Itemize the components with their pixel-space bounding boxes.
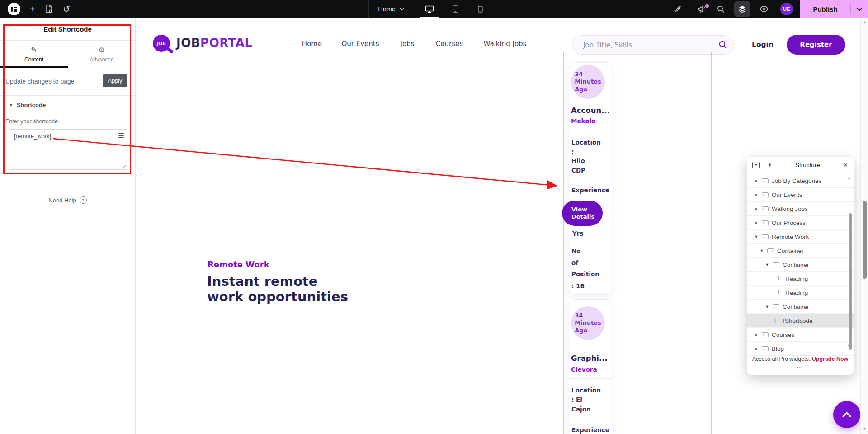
tree-item-job-by-categories[interactable]: ▶Job By Categories — [747, 174, 854, 188]
scrollbar-up-icon[interactable]: ▲ — [861, 20, 868, 24]
history-icon[interactable]: ↺ — [60, 0, 73, 18]
tablet-icon[interactable] — [446, 0, 464, 18]
structure-scrollbar-thumb[interactable] — [849, 213, 852, 350]
document-switcher[interactable]: Home — [368, 0, 414, 18]
caret-down-icon[interactable]: ▼ — [764, 262, 770, 267]
caret-right-icon[interactable]: ▶ — [753, 346, 760, 351]
scroll-to-top-button[interactable] — [833, 401, 860, 428]
caret-right-icon[interactable]: ▶ — [753, 206, 760, 211]
minimize-panel-icon[interactable]: ▼ — [752, 162, 760, 168]
shortcode-field-wrap: [remote_work] — [9, 129, 127, 170]
job-card[interactable]: 34 Minutes Ago Accoun... Mekalo Location… — [569, 62, 612, 295]
tree-item-shortcode-selected[interactable]: [..]Shortcode — [747, 314, 854, 328]
nav-home[interactable]: Home — [302, 40, 322, 48]
container-icon — [762, 346, 769, 351]
caret-down-icon: ▼ — [9, 103, 13, 107]
launch-icon[interactable] — [670, 0, 686, 18]
nav-courses[interactable]: Courses — [436, 40, 463, 48]
close-icon[interactable]: ✕ — [843, 162, 848, 168]
help-icon: ? — [80, 196, 87, 204]
tab-advanced-label: Advanced — [90, 56, 113, 63]
caret-right-icon[interactable]: ▶ — [753, 192, 760, 197]
tree-item-blog[interactable]: ▶Blog — [747, 342, 854, 356]
shortcode-icon: [..] — [774, 318, 783, 323]
tree-item-container[interactable]: ▼Container — [747, 244, 854, 258]
caret-right-icon[interactable]: ▶ — [753, 332, 760, 337]
editor-topbar: + ↺ Home — [0, 0, 868, 18]
job-search-bar — [572, 35, 734, 55]
tree-item-heading[interactable]: THeading — [747, 286, 854, 300]
desktop-icon[interactable] — [420, 0, 439, 18]
widget-edit-panel: Edit Shortcode ✎ Content ⚙ Advanced Upda… — [0, 18, 136, 434]
notification-dot — [705, 4, 709, 8]
tree-item-walking-jobs[interactable]: ▶Walking Jobs — [747, 202, 854, 216]
publish-options-button[interactable] — [851, 7, 868, 11]
site-logo[interactable]: JOB JOBPORTAL — [153, 35, 270, 54]
nav-our-events[interactable]: Our Events — [341, 40, 379, 48]
divider — [414, 0, 414, 18]
tree-item-container[interactable]: ▼Container — [747, 300, 854, 314]
finder-search-icon[interactable] — [713, 0, 728, 18]
structure-icon[interactable] — [735, 0, 750, 18]
tree-item-heading[interactable]: THeading — [747, 272, 854, 286]
structure-title: Structure — [772, 162, 843, 168]
ai-sparkle-icon[interactable]: ✦ — [767, 162, 772, 168]
caret-down-icon[interactable]: ▼ — [753, 234, 760, 239]
tree-item-our-events[interactable]: ▶Our Events — [747, 188, 854, 202]
page-scrollbar[interactable]: ▲ ▼ — [860, 18, 868, 434]
tree-item-our-process[interactable]: ▶Our Process — [747, 216, 854, 230]
active-device-underline — [420, 17, 439, 18]
job-company-link[interactable]: Mekalo — [571, 117, 596, 125]
scrollbar-thumb[interactable] — [863, 201, 867, 279]
pro-widgets-text: Access all Pro widgets. — [752, 356, 811, 362]
nav-walking-jobs[interactable]: Walking Jobs — [484, 40, 527, 48]
mobile-icon[interactable] — [471, 0, 489, 18]
apply-button[interactable]: Apply — [103, 74, 127, 87]
tab-advanced[interactable]: ⚙ Advanced — [68, 41, 136, 68]
experience-unit: Yrs — [572, 229, 583, 238]
container-icon — [762, 178, 769, 183]
view-details-button[interactable]: View Details — [562, 201, 603, 226]
preview-icon[interactable] — [756, 0, 772, 18]
container-icon — [762, 192, 769, 197]
scrollbar-down-icon[interactable]: ▼ — [861, 427, 868, 431]
tab-content[interactable]: ✎ Content — [0, 41, 68, 68]
search-icon[interactable] — [712, 41, 733, 49]
tree-item-container[interactable]: ▼Container — [747, 258, 854, 272]
caret-right-icon[interactable]: ▶ — [753, 178, 760, 183]
elementor-logo-icon[interactable] — [7, 0, 21, 18]
need-help-link[interactable]: Need Help ? — [0, 196, 135, 204]
container-icon — [762, 220, 769, 225]
search-input[interactable] — [583, 41, 712, 49]
page-settings-icon[interactable] — [42, 0, 55, 18]
job-card[interactable]: 34 Minutes Ago Graphi... Clevora Locatio… — [569, 299, 612, 434]
section-shortcode-header[interactable]: ▼ Shortcode — [9, 102, 46, 108]
divider — [569, 131, 612, 131]
container-icon — [767, 248, 774, 253]
publish-button[interactable]: Publish — [800, 5, 850, 13]
caret-down-icon[interactable]: ▼ — [764, 304, 770, 309]
register-button[interactable]: Register — [787, 35, 845, 55]
container-icon — [762, 234, 769, 239]
caret-down-icon[interactable]: ▼ — [759, 248, 765, 253]
update-hint: Update changes to page — [5, 78, 75, 85]
need-help-label: Need Help — [48, 197, 76, 204]
tree-item-courses[interactable]: ▶Courses — [747, 328, 854, 342]
whats-new-icon[interactable] — [694, 0, 709, 18]
caret-right-icon[interactable]: ▶ — [753, 220, 760, 225]
panel-resize-handle[interactable]: ⋯ — [747, 364, 854, 371]
dynamic-tags-icon[interactable] — [115, 130, 127, 141]
posted-time-badge: 34 Minutes Ago — [571, 65, 605, 99]
tree-item-remote-work[interactable]: ▼Remote Work — [747, 230, 854, 244]
login-link[interactable]: Login — [752, 41, 774, 49]
divider — [569, 378, 612, 379]
elementor-logo-circle — [8, 3, 20, 15]
avatar[interactable]: UE — [780, 3, 793, 15]
job-title: Graphi... — [571, 354, 608, 363]
nav-jobs[interactable]: Jobs — [401, 40, 415, 48]
add-element-icon[interactable]: + — [26, 0, 39, 18]
scroll-up-icon[interactable]: ▲ — [847, 176, 851, 180]
job-company-link[interactable]: Clevora — [571, 366, 597, 373]
shortcode-input[interactable]: [remote_work] — [9, 129, 127, 170]
upgrade-now-link[interactable]: Upgrade Now — [812, 356, 849, 362]
